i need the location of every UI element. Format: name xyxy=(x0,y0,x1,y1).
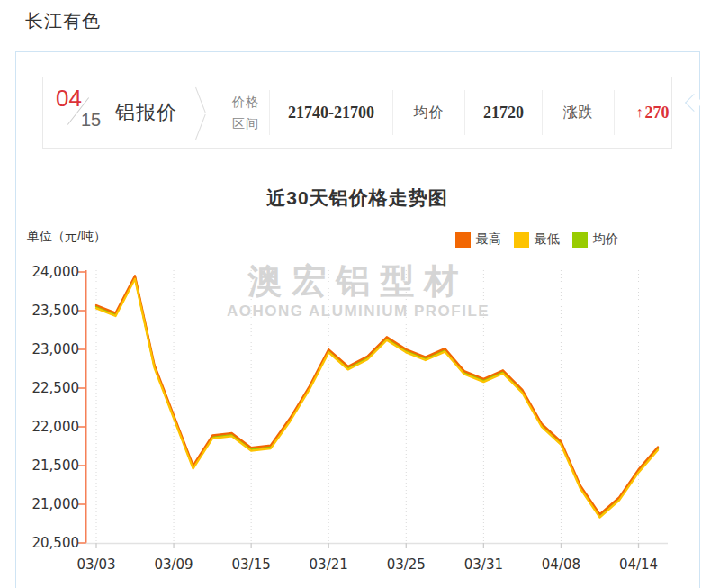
low-series-swatch xyxy=(514,232,529,248)
change-label: 涨跌 xyxy=(542,90,614,135)
y-tick-label: 21,500 xyxy=(23,457,79,474)
x-tick-label: 03/21 xyxy=(297,556,360,573)
x-tick-label: 04/14 xyxy=(608,556,670,573)
x-tick-label: 03/03 xyxy=(65,556,128,573)
y-tick-label: 20,500 xyxy=(23,535,79,551)
x-tick-label: 04/08 xyxy=(529,556,592,573)
up-arrow-icon: ↑ xyxy=(636,104,644,121)
high-series-swatch xyxy=(455,232,471,248)
x-tick-label: 03/31 xyxy=(452,556,515,573)
x-tick-label: 03/15 xyxy=(220,556,283,573)
page-title: 长江有色 xyxy=(25,9,101,33)
price-range-label: 价格 区间 xyxy=(222,91,269,134)
legend-item-average: 均价 xyxy=(572,231,618,248)
x-tick-label: 03/25 xyxy=(374,556,437,573)
quote-month: 04 xyxy=(56,86,82,110)
change-amount: 270 xyxy=(645,104,670,122)
y-tick-label: 24,000 xyxy=(23,264,79,280)
aluminum-quote-bar[interactable]: 04 15 铝报价 价格 区间 21740-21700 均价 21720 涨跌 … xyxy=(42,77,672,149)
legend-item-low: 最低 xyxy=(514,231,560,248)
quote-day: 15 xyxy=(81,110,101,131)
average-series-swatch xyxy=(572,232,588,248)
y-tick-label: 23,000 xyxy=(23,341,79,357)
chart-legend: 最高 最低 均价 xyxy=(455,231,631,248)
average-price-value: 21720 xyxy=(464,90,542,135)
price-range-value: 21740-21700 xyxy=(269,90,392,135)
y-tick-label: 21,000 xyxy=(23,496,79,512)
watermark: 澳宏铝型材 AOHONG ALUMINIUM PROFILE xyxy=(88,262,628,321)
legend-item-high: 最高 xyxy=(455,231,501,248)
product-name: 铝报价 xyxy=(115,99,177,126)
watermark-english: AOHONG ALUMINIUM PROFILE xyxy=(88,303,628,321)
chart-title: 近30天铝价格走势图 xyxy=(15,185,699,211)
average-price-label: 均价 xyxy=(392,90,464,135)
change-value: ↑ 270 xyxy=(614,90,690,135)
y-tick-label: 22,500 xyxy=(23,380,79,396)
quote-date: 04 15 xyxy=(54,86,110,139)
y-tick-label: 23,500 xyxy=(23,303,79,319)
watermark-chinese: 澳宏铝型材 xyxy=(88,262,628,300)
axis-unit-label: 单位（元/吨） xyxy=(27,229,106,245)
chevron-right-icon xyxy=(192,86,212,139)
y-tick-label: 22,000 xyxy=(23,419,79,435)
x-tick-label: 03/09 xyxy=(142,556,205,573)
